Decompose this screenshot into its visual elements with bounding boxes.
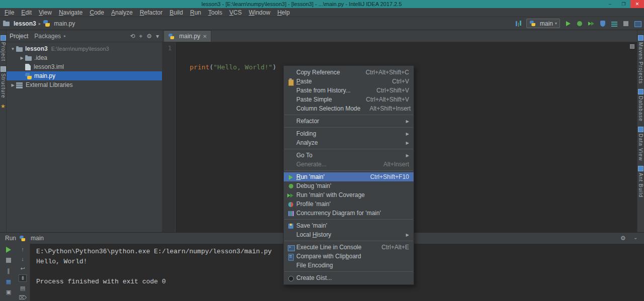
tree-item-idea[interactable]: ▶.idea [7, 53, 162, 62]
menu-item-file-encoding[interactable]: File Encoding [284, 261, 414, 270]
filter-icon[interactable] [611, 20, 618, 27]
run-button[interactable] [565, 20, 572, 27]
project-icon [1, 35, 6, 41]
breadcrumb: lesson3 ▸ main.py [3, 20, 75, 27]
menu-item-label: Column Selection Mode [296, 105, 360, 112]
menu-item-analyze[interactable]: Analyze▶ [284, 138, 414, 147]
menu-item-create-gist[interactable]: Create Gist... [284, 273, 414, 282]
menubar-item-help[interactable]: Help [274, 8, 293, 17]
tree-item-external-libraries[interactable]: ▶External Libraries [7, 80, 162, 89]
menu-item-profile-main[interactable]: Profile 'main' [284, 199, 414, 209]
menu-item-copy-reference[interactable]: Copy ReferenceCtrl+Alt+Shift+C [284, 68, 414, 77]
rerun-button[interactable] [5, 246, 13, 254]
run-config-combo[interactable]: main ▾ [526, 19, 560, 28]
soft-wrap-icon[interactable]: ↩ [19, 265, 27, 272]
chevron-right-icon[interactable]: ▶ [10, 83, 16, 87]
menubar-item-view[interactable]: View [35, 8, 55, 17]
python-icon [20, 235, 25, 241]
editor-tab-main-py[interactable]: main.py ✕ [164, 30, 211, 42]
menu-item-debug-main[interactable]: Debug 'main' [284, 181, 414, 190]
python-icon [169, 33, 174, 39]
menu-item-paste-simple[interactable]: Paste SimpleCtrl+Alt+Shift+V [284, 95, 414, 104]
submenu-arrow-icon: ▶ [406, 132, 409, 136]
menu-item-shortcut: Alt+Shift+Insert [360, 105, 411, 112]
menu-item-go-to[interactable]: Go To▶ [284, 151, 414, 160]
menu-item-shortcut: Ctrl+Shift+F10 [361, 173, 409, 180]
menubar-item-edit[interactable]: Edit [18, 8, 35, 17]
breadcrumb-project[interactable]: lesson3 [3, 20, 36, 27]
stripe-item-favorites[interactable]: ★ [1, 104, 6, 109]
menu-item-refactor[interactable]: Refactor▶ [284, 117, 414, 126]
project-view-selector[interactable]: Project [10, 33, 28, 40]
menubar-item-code[interactable]: Code [86, 8, 108, 17]
hide-panel-icon[interactable]: ▾ [156, 33, 159, 40]
stripe-item-ant-build[interactable]: Ant Build [638, 166, 643, 197]
clear-console-icon[interactable]: ⌦ [19, 294, 27, 301]
edit-configurations-icon[interactable] [515, 20, 522, 27]
stripe-item-project[interactable]: Project [1, 35, 6, 61]
print-icon[interactable]: ▤ [19, 284, 27, 291]
menu-item-save-main[interactable]: Save 'main' [284, 221, 414, 230]
menu-item-paste-from-history[interactable]: Paste from History...Ctrl+Shift+V [284, 86, 414, 95]
menu-item-execute-line-in-console[interactable]: Execute Line in ConsoleCtrl+Alt+E [284, 243, 414, 252]
menubar-item-vcs[interactable]: VCS [226, 8, 246, 17]
chevron-down-icon[interactable]: ▼ [10, 47, 16, 51]
paste-icon [286, 78, 296, 85]
debug-icon [286, 182, 296, 190]
close-tab-icon[interactable]: ✕ [203, 34, 207, 39]
menu-item-concurrency-diagram-for-main[interactable]: Concurrency Diagram for 'main' [284, 209, 414, 218]
menubar-item-tools[interactable]: Tools [205, 8, 226, 17]
tree-item-main-py[interactable]: main.py [7, 71, 162, 80]
stop-button[interactable] [5, 256, 13, 264]
menu-item-local-history[interactable]: Local History▶ [284, 230, 414, 239]
menubar-item-file[interactable]: File [1, 8, 18, 17]
tree-item-lesson3[interactable]: ▼lesson3E:\learn\numpy\lesson3 [7, 44, 162, 53]
menu-item-folding[interactable]: Folding▶ [284, 129, 414, 138]
inspections-indicator[interactable] [630, 44, 634, 49]
stripe-item-database[interactable]: Database [638, 89, 643, 122]
down-arrow-icon[interactable]: ↓ [19, 255, 27, 262]
stop-button[interactable] [622, 20, 629, 27]
chevron-right-icon[interactable]: ▶ [19, 56, 25, 60]
show-console-icon[interactable]: ▣ [5, 288, 13, 296]
breadcrumb-file[interactable]: main.py [43, 20, 75, 27]
stripe-item-label: Maven Projects [638, 42, 643, 84]
stripe-item-structure[interactable]: Structure [1, 66, 6, 98]
profile-button[interactable] [599, 20, 606, 27]
menu-item-run-main[interactable]: Run 'main'Ctrl+Shift+F10 [284, 172, 414, 181]
minimize-button[interactable]: – [603, 0, 617, 8]
code-token: "Hello, World!" [213, 63, 272, 71]
scroll-to-end-icon[interactable]: ⇟ [19, 274, 27, 282]
sync-icon[interactable]: ⟲ [130, 33, 135, 40]
menu-icon-placeholder [286, 152, 296, 159]
menu-item-label: Analyze [296, 139, 318, 146]
pause-output-button[interactable]: ∥ [5, 267, 13, 275]
stripe-item-maven-projects[interactable]: Maven Projects [638, 35, 643, 84]
up-arrow-icon[interactable]: ↑ [19, 246, 27, 253]
settings-icon[interactable]: ⚙ [146, 33, 152, 40]
settings-icon[interactable] [620, 235, 627, 242]
tree-item-lesson3-iml[interactable]: lesson3.iml [7, 62, 162, 71]
menu-item-column-selection-mode[interactable]: Column Selection ModeAlt+Shift+Insert [284, 104, 414, 113]
menubar-item-refactor[interactable]: Refactor [136, 8, 166, 17]
menu-item-run-main-with-coverage[interactable]: Run 'main' with Coverage [284, 190, 414, 199]
layout-icon[interactable] [634, 20, 641, 27]
menubar-item-analyze[interactable]: Analyze [108, 8, 136, 17]
menu-item-generate[interactable]: Generate...Alt+Insert [284, 160, 414, 169]
menubar-item-navigate[interactable]: Navigate [55, 8, 86, 17]
debug-button[interactable] [576, 20, 583, 27]
close-button[interactable]: ✕ [630, 0, 644, 8]
menubar-item-run[interactable]: Run [187, 8, 205, 17]
locate-icon[interactable]: ⌖ [139, 33, 142, 40]
restore-layout-icon[interactable]: ▦ [5, 277, 13, 285]
menubar-item-build[interactable]: Build [166, 8, 187, 17]
menu-item-paste[interactable]: PasteCtrl+V [284, 77, 414, 86]
menu-item-compare-with-clipboard[interactable]: Compare with Clipboard [284, 252, 414, 261]
packages-view-selector[interactable]: Packages [34, 33, 61, 40]
ant-icon [638, 166, 643, 171]
menubar-item-window[interactable]: Window [245, 8, 274, 17]
coverage-button[interactable] [588, 20, 595, 27]
maximize-button[interactable]: ❐ [617, 0, 630, 8]
stripe-item-data-view[interactable]: Data View [638, 127, 643, 161]
hide-panel-icon[interactable] [632, 235, 639, 242]
